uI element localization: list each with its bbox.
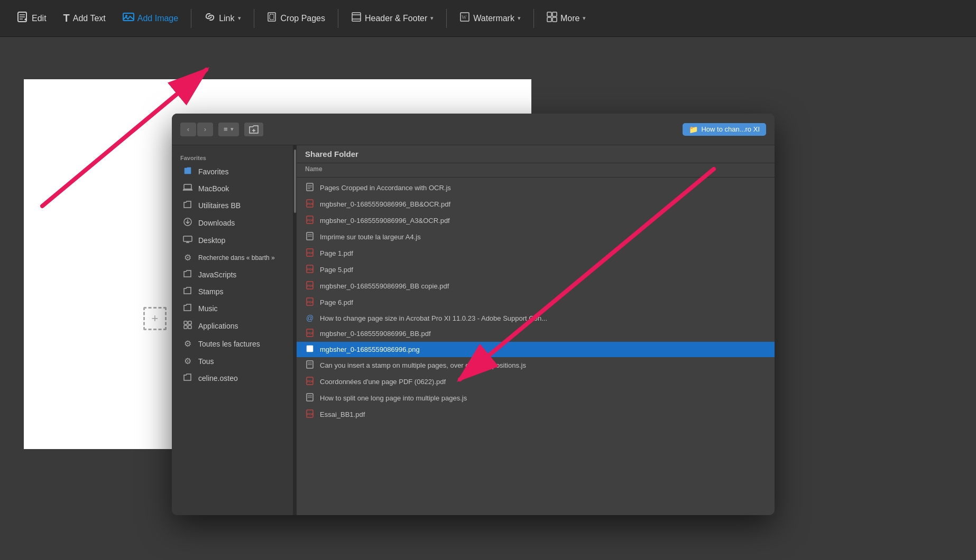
current-folder-pill: 📁 How to chan...ro XI [683,123,766,136]
shared-folder-header: Shared Folder [297,145,775,163]
file-list: Pages Cropped in Accordance with OCR.js … [297,178,775,515]
sidebar-item-music[interactable]: Music [174,300,291,317]
file-row[interactable]: Imprime sur toute la largeur A4.js [297,229,775,245]
dialog-body: Favorites Favorites [172,145,775,515]
svg-rect-15 [547,17,551,22]
macbook-icon [182,184,193,193]
watermark-button[interactable]: W Watermark ▾ [453,7,527,29]
sidebar-item-toutes-factures[interactable]: ⚙ Toutes les factures [174,335,291,352]
crop-pages-button[interactable]: Crop Pages [261,7,332,29]
sidebar-label-downloads: Downloads [198,219,235,227]
header-footer-dropdown-arrow: ▾ [430,15,434,22]
toutes-factures-icon: ⚙ [182,339,193,349]
sidebar-label-tous: Tous [198,357,214,366]
file-row[interactable]: PDF mgbsher_0-1685559086996_BB.pdf [297,325,775,342]
file-icon-pdf: PDF [305,265,315,275]
svg-rect-27 [188,325,191,329]
file-icon-pdf: PDF [305,216,315,226]
sidebar-item-utilitaires[interactable]: Utilitaires BB [174,197,291,214]
svg-rect-13 [547,12,551,16]
link-button[interactable]: Link ▾ [198,7,247,30]
file-name: Imprime sur toute la largeur A4.js [320,233,766,241]
current-folder-label: How to chan...ro XI [701,125,760,133]
svg-rect-4 [123,13,134,21]
sidebar-item-downloads[interactable]: Downloads [174,214,291,232]
file-icon-pdf: PDF [305,281,315,291]
svg-text:PDF: PDF [307,251,314,255]
svg-rect-25 [188,321,191,324]
sidebar-item-stamps[interactable]: Stamps [174,283,291,300]
file-row[interactable]: PDF mgbsher_0-1685559086996_BB copie.pdf [297,278,775,294]
file-icon-js [305,393,315,403]
forward-button[interactable]: › [197,123,213,136]
header-footer-button[interactable]: Header & Footer ▾ [345,7,440,29]
file-row[interactable]: PDF Page 1.pdf [297,245,775,262]
file-row[interactable]: PDF Page 6.pdf [297,294,775,311]
file-row[interactable]: @ How to change page size in Acrobat Pro… [297,311,775,325]
file-list-area: Shared Folder Name Pages Cropped in Acco… [297,145,775,515]
file-icon-pdf: PDF [305,377,315,387]
sidebar-label-utilitaires: Utilitaires BB [198,201,241,210]
link-icon [204,11,216,25]
file-row[interactable]: PDF Page 5.pdf [297,262,775,278]
svg-text:PDF: PDF [307,413,314,416]
file-row[interactable]: PDF Coordonnées d'une page PDF (0622).pd… [297,374,775,390]
add-image-button[interactable]: Add Image [116,7,185,29]
sidebar-item-celine[interactable]: celine.osteo [174,370,291,387]
divider-3 [338,9,338,28]
file-icon-js [305,232,315,242]
file-row[interactable]: Can you insert a stamp on multiple pages… [297,357,775,374]
sidebar-item-favorites[interactable]: Favorites [174,163,291,180]
back-button[interactable]: ‹ [180,123,196,136]
svg-rect-16 [553,17,557,22]
file-row[interactable]: Pages Cropped in Accordance with OCR.js [297,180,775,196]
sidebar-item-javascripts[interactable]: JavaScripts [174,266,291,283]
file-row[interactable]: PDF mgbsher_0-1685559086996_BB&OCR.pdf [297,196,775,212]
svg-text:PDF: PDF [307,380,314,383]
sidebar-item-tous[interactable]: ⚙ Tous [174,352,291,370]
file-dialog: ‹ › ≡ ▾ 📁 How to chan...ro XI [172,114,775,515]
file-name: Page 6.pdf [320,298,766,306]
file-name: mgbsher_0-1685559086996_A3&OCR.pdf [320,217,766,225]
watermark-label: Watermark [473,14,514,23]
svg-rect-7 [270,14,274,20]
svg-rect-21 [183,236,192,241]
nav-button-group: ‹ › [180,123,213,136]
more-dropdown-arrow: ▾ [583,15,586,22]
svg-rect-14 [553,12,557,16]
javascripts-icon [182,270,193,279]
view-dropdown-arrow: ▾ [231,126,234,133]
sidebar-label-toutes-factures: Toutes les factures [198,340,260,348]
svg-rect-24 [184,321,187,324]
file-row[interactable]: PDF mgbsher_0-1685559086996_A3&OCR.pdf [297,212,775,229]
divider-5 [533,9,534,28]
sidebar-item-applications[interactable]: Applications [174,317,291,335]
more-label: More [560,14,579,23]
crosshair-plus: + [152,312,159,325]
file-name: mgbsher_0-1685559086996_BB.pdf [320,330,766,338]
name-column-header: Name [297,163,775,178]
add-image-icon [123,12,134,25]
file-name: Page 5.pdf [320,266,766,274]
file-row-selected[interactable]: mgbsher_0-1685559086996.png [297,342,775,357]
sidebar-item-desktop[interactable]: Desktop [174,232,291,249]
edit-button[interactable]: Edit [11,7,53,30]
more-button[interactable]: More ▾ [540,7,592,29]
file-row[interactable]: PDF Essai_BB1.pdf [297,406,775,423]
header-footer-icon [351,12,362,25]
add-text-button[interactable]: T Add Text [57,8,112,29]
view-options-button[interactable]: ≡ ▾ [218,123,239,136]
main-area: + ‹ › ≡ ▾ 📁 How to [0,37,976,560]
sidebar-item-macbook[interactable]: MacBook [174,180,291,197]
crosshair-cursor: + [142,305,168,332]
recherche-icon: ⚙ [182,253,193,263]
new-folder-button[interactable] [244,123,263,136]
file-icon-js [305,183,315,193]
svg-text:PDF: PDF [307,202,314,206]
music-icon [182,304,193,313]
sidebar-label-applications: Applications [198,322,238,330]
add-image-label: Add Image [137,14,178,23]
file-row[interactable]: How to split one long page into multiple… [297,390,775,406]
sidebar-item-recherche[interactable]: ⚙ Recherche dans « bbarth » [174,249,291,266]
file-icon-pdf: PDF [305,199,315,209]
